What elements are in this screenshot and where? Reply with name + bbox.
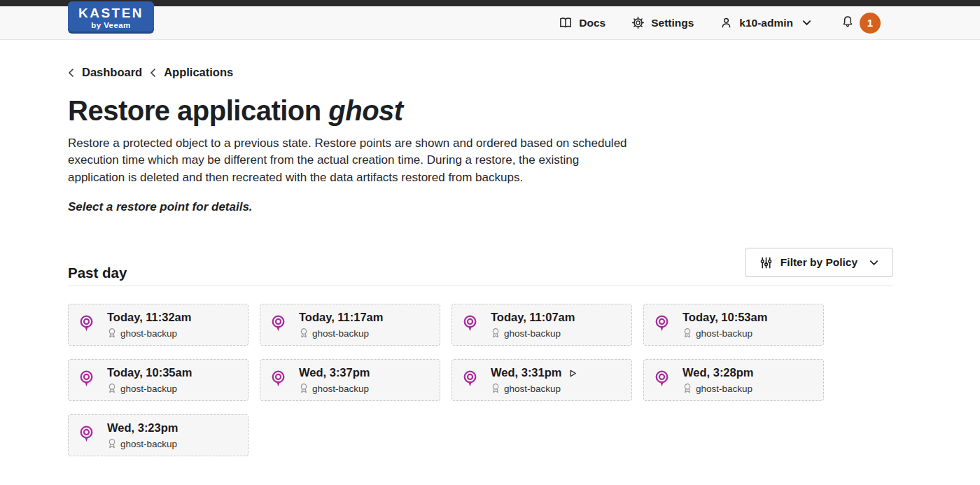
restore-point-info: Today, 10:35am ghost-backup [107, 366, 192, 400]
page-description: Restore a protected object to a previous… [68, 135, 636, 186]
book-icon [559, 16, 573, 30]
page-title-app-name: ghost [328, 95, 402, 126]
restore-point-card[interactable]: Today, 11:17am ghost-backup [260, 304, 440, 346]
policy-name: ghost-backup [120, 328, 177, 339]
restore-point-time: Today, 10:35am [107, 366, 192, 380]
restore-point-info: Wed, 3:31pm ghost-backup [491, 366, 578, 400]
policy-ribbon-icon [107, 328, 117, 339]
policy-ribbon-icon [299, 383, 309, 394]
filter-by-policy-button[interactable]: Filter by Policy [746, 248, 892, 277]
restore-point-time: Wed, 3:37pm [299, 366, 370, 380]
restore-point-pin-icon [270, 311, 299, 345]
chevron-left-icon [68, 68, 74, 78]
restore-point-info: Wed, 3:28pm ghost-backup [682, 366, 753, 400]
restore-point-pin-icon [78, 311, 107, 345]
restore-point-pin-icon [462, 311, 491, 345]
restore-point-pin-icon [78, 366, 107, 400]
restore-point-pin-icon [270, 366, 299, 400]
page-title-prefix: Restore application [68, 95, 328, 126]
restore-point-card[interactable]: Today, 10:35am ghost-backup [68, 359, 248, 401]
policy-name: ghost-backup [504, 384, 561, 394]
policy-ribbon-icon [682, 328, 692, 339]
restore-point-info: Wed, 3:23pm ghost-backup [107, 421, 178, 456]
policy-name: ghost-backup [120, 384, 177, 394]
restore-point-card[interactable]: Today, 10:53am ghost-backup [643, 304, 824, 346]
header-bar: KASTEN by Veeam Docs Settings [0, 6, 980, 40]
docs-link[interactable]: Docs [559, 16, 606, 30]
restore-point-info: Today, 11:07am ghost-backup [491, 311, 575, 345]
filter-button-label: Filter by Policy [780, 256, 858, 269]
policy-ribbon-icon [491, 328, 500, 339]
restore-point-time: Today, 10:53am [682, 311, 767, 325]
policy-ribbon-icon [682, 383, 692, 394]
restore-point-time: Today, 11:07am [491, 311, 575, 325]
chevron-left-icon [150, 68, 156, 78]
docs-label: Docs [579, 17, 606, 29]
chevron-down-icon [802, 20, 811, 26]
restore-point-card[interactable]: Today, 11:07am ghost-backup [451, 304, 632, 346]
policy-name: ghost-backup [312, 384, 369, 394]
main-content: Dashboard Applications Restore applicati… [0, 66, 980, 456]
restore-point-info: Today, 10:53am ghost-backup [682, 311, 767, 345]
logo-veeam-text: by Veeam [91, 21, 130, 29]
policy-name: ghost-backup [696, 384, 752, 394]
restore-point-pin-icon [654, 311, 682, 345]
logo-kasten-text: KASTEN [78, 6, 144, 20]
settings-link[interactable]: Settings [631, 16, 694, 29]
restore-point-time: Wed, 3:31pm [491, 366, 561, 380]
policy-ribbon-icon [299, 328, 309, 339]
policy-name: ghost-backup [312, 328, 369, 339]
policy-name: ghost-backup [504, 328, 561, 339]
restore-point-card[interactable]: Wed, 3:28pm ghost-backup [643, 359, 824, 401]
user-menu[interactable]: k10-admin [720, 16, 811, 29]
policy-name: ghost-backup [120, 439, 177, 449]
policy-ribbon-icon [491, 383, 500, 394]
settings-label: Settings [651, 17, 694, 29]
restore-point-time: Wed, 3:23pm [107, 421, 178, 435]
chevron-down-icon [869, 260, 878, 266]
restore-point-time: Wed, 3:28pm [682, 366, 753, 380]
restore-point-time: Today, 11:32am [107, 311, 191, 325]
restore-point-time: Today, 11:17am [299, 311, 383, 325]
policy-ribbon-icon [107, 438, 117, 449]
bell-icon [841, 14, 855, 31]
policy-name: ghost-backup [696, 328, 752, 339]
restore-point-info: Today, 11:32am ghost-backup [107, 311, 191, 345]
notification-badge[interactable]: 1 [860, 13, 881, 34]
user-label: k10-admin [739, 17, 793, 29]
policy-ribbon-icon [107, 383, 117, 394]
restore-point-card[interactable]: Today, 11:32am ghost-backup [68, 304, 248, 346]
restore-point-info: Today, 11:17am ghost-backup [299, 311, 383, 345]
restore-point-card[interactable]: Wed, 3:31pm ghost-backup [451, 359, 632, 401]
restore-point-info: Wed, 3:37pm ghost-backup [299, 366, 370, 400]
page-title: Restore application ghost [68, 95, 892, 126]
notifications-button[interactable] [841, 14, 855, 31]
sliders-icon [760, 256, 773, 269]
restore-point-card[interactable]: Wed, 3:23pm ghost-backup [68, 414, 248, 456]
user-icon [720, 16, 733, 29]
gear-icon [631, 16, 645, 29]
restore-point-pin-icon [462, 366, 491, 400]
restore-point-card[interactable]: Wed, 3:37pm ghost-backup [260, 359, 440, 401]
breadcrumb-dashboard[interactable]: Dashboard [82, 66, 142, 79]
restore-point-pin-icon [78, 421, 107, 456]
kasten-logo[interactable]: KASTEN by Veeam [68, 1, 154, 34]
restore-point-hint: Select a restore point for details. [68, 200, 892, 214]
breadcrumb: Dashboard Applications [68, 66, 892, 79]
play-icon [568, 369, 578, 378]
past-day-section-header: Past day Filter by Policy [68, 265, 892, 286]
restore-point-pin-icon [654, 366, 682, 400]
restore-points-grid: Today, 11:32am ghost-backup [68, 304, 892, 456]
breadcrumb-applications[interactable]: Applications [164, 66, 233, 79]
